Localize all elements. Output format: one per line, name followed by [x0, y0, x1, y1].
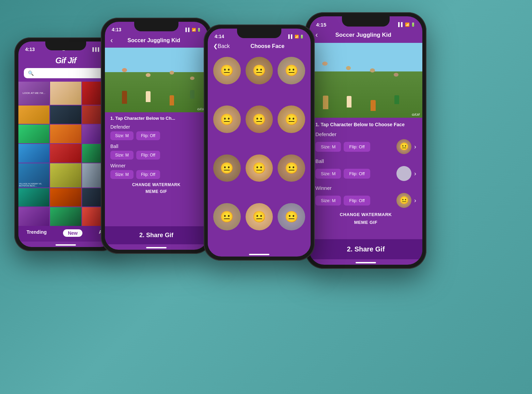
phone3-header: ❮ Back Choose Face — [208, 41, 311, 53]
face-cersei[interactable]: 😐 — [278, 105, 305, 133]
share-btn-4[interactable]: 2. Share Gif — [309, 239, 422, 259]
tab-trending[interactable]: Trending — [27, 229, 47, 237]
phone2-signal: ▌▌ — [185, 28, 191, 32]
face-catelyn[interactable]: 😐 — [213, 203, 241, 231]
winner-size-4[interactable]: Size: M — [315, 196, 341, 206]
ball-label-4: Ball — [315, 158, 416, 164]
face-grid: 😐 😐 😐 😐 😐 😐 😐 😐 😐 😐 😐 😐 — [208, 53, 311, 251]
phone4-instruction: 1. Tap Character Below to Choose Face — [315, 122, 416, 127]
grid-cell[interactable] — [50, 125, 81, 143]
defender-chevron-4[interactable]: › — [414, 143, 416, 150]
grid-cell[interactable] — [18, 144, 49, 163]
grid-cell[interactable] — [18, 125, 49, 143]
defender-flip-btn[interactable]: Flip: Off — [136, 131, 160, 140]
meme-gif-4[interactable]: MEME GIF — [315, 220, 416, 225]
defender-size-btn[interactable]: Size: M — [110, 131, 134, 140]
defender-label: Defender — [110, 124, 202, 130]
phone3-time: 4:14 — [215, 34, 224, 39]
back-button-4[interactable]: ‹ — [315, 31, 318, 39]
defender-size-4[interactable]: Size: M — [315, 142, 341, 152]
winner-chevron-4[interactable]: › — [414, 197, 416, 204]
face-tall-man[interactable]: 😐 — [246, 57, 273, 84]
phone4-content: 1. Tap Character Below to Choose Face De… — [309, 118, 422, 239]
face-bran[interactable]: 😐 — [213, 105, 241, 133]
face-davos[interactable]: 😐 — [278, 154, 305, 182]
ball-chevron-4[interactable]: › — [414, 170, 416, 177]
scroll-pill-4 — [356, 262, 376, 263]
share-gif-label-4: 2. Share Gif — [347, 245, 385, 253]
defender-label-4: Defender — [315, 131, 416, 137]
grid-cell[interactable] — [50, 82, 81, 105]
gif-preview-4: GifJif — [309, 43, 422, 118]
meme-gif-2[interactable]: MEME GIF — [110, 189, 202, 194]
scroll-pill-3 — [249, 254, 269, 255]
character-ball: Ball Size: M Flip: Off — [110, 144, 202, 160]
face-jon[interactable]: 😐 — [213, 154, 241, 182]
ball-label: Ball — [110, 144, 202, 149]
grid-cell[interactable] — [50, 188, 81, 207]
phone4-time: 4:15 — [316, 22, 326, 28]
search-bar[interactable]: 🔍 — [24, 68, 108, 78]
phones-container: 4:13 ▲ ▌▌▌ 🔋 Gif Jif 🔍 LOOK AT ME I'M... — [0, 0, 532, 394]
phone4-title: Soccer Juggling Kid — [318, 32, 409, 38]
ball-flip-4[interactable]: Flip: Off — [344, 169, 370, 179]
share-gif-label-2: 2. Share Gif — [139, 232, 173, 239]
grid-cell[interactable] — [18, 188, 49, 207]
scroll-pill-2 — [146, 247, 167, 248]
phone2-header: ‹ Soccer Juggling Kid — [105, 34, 208, 48]
scroll-pill — [56, 244, 76, 246]
character-defender-4: Defender Size: M Flip: Off 😐 › — [315, 131, 416, 154]
phone2-time: 4:13 — [112, 27, 121, 32]
bottom-tabs: Trending New All — [18, 226, 113, 242]
grid-cell[interactable] — [50, 105, 81, 124]
grid-cell[interactable] — [18, 207, 49, 226]
winner-label-4: Winner — [315, 185, 416, 191]
character-ball-4: Ball Size: M Flip: Off › — [315, 158, 416, 181]
watermark-4: GifJif — [412, 113, 420, 116]
face-jamie[interactable]: 😐 — [246, 105, 273, 133]
grid-cell[interactable] — [50, 144, 81, 163]
winner-flip-btn[interactable]: Flip: Off — [136, 170, 160, 179]
face-ed[interactable]: 😐 — [246, 203, 273, 231]
share-btn-2[interactable]: 2. Share Gif — [105, 226, 208, 244]
back-button-2[interactable]: ‹ — [110, 36, 113, 45]
app-logo: Gif Jif — [24, 56, 108, 65]
gif-preview-2: GifJif — [105, 48, 208, 112]
winner-label: Winner — [110, 163, 202, 168]
gif-grid: LOOK AT ME I'M... VILLAGE ACADEMY VS. — [18, 82, 113, 226]
character-winner-4: Winner Size: M Flip: Off 😐 › — [315, 185, 416, 208]
grid-cell[interactable]: LOOK AT ME I'M... — [18, 82, 49, 105]
back-arrow-3[interactable]: ❮ — [213, 43, 218, 49]
ball-size-btn[interactable]: Size: M — [110, 151, 134, 160]
ball-avatar-4[interactable] — [396, 166, 411, 181]
back-label-3[interactable]: Back — [218, 43, 230, 49]
winner-size-btn[interactable]: Size: M — [110, 170, 134, 179]
phone1-header: Gif Jif 🔍 — [18, 54, 113, 82]
grid-cell[interactable] — [50, 163, 81, 187]
winner-flip-4[interactable]: Flip: Off — [344, 196, 370, 206]
face-arya[interactable]: 😐 — [213, 57, 241, 84]
phone1-signal: ▌▌▌ — [93, 47, 100, 51]
defender-flip-4[interactable]: Flip: Off — [344, 142, 370, 152]
ball-flip-btn[interactable]: Flip: Off — [136, 151, 160, 160]
phone2-content: 1. Tap Character Below to Ch... Defender… — [105, 112, 208, 226]
defender-avatar-4[interactable]: 😐 — [396, 139, 411, 154]
phone4-header: ‹ Soccer Juggling Kid — [309, 29, 422, 43]
search-icon: 🔍 — [28, 70, 34, 76]
change-watermark-2[interactable]: CHANGE WATERMARK — [110, 182, 202, 187]
face-sansa[interactable]: 😐 — [246, 154, 273, 182]
tab-new[interactable]: New — [63, 229, 82, 237]
ball-size-4[interactable]: Size: M — [315, 169, 341, 179]
character-defender: Defender Size: M Flip: Off — [110, 124, 202, 140]
character-winner: Winner Size: M Flip: Off — [110, 163, 202, 179]
phone1-time: 4:13 — [25, 47, 35, 52]
face-ghost[interactable]: 😐 — [278, 203, 305, 231]
phone3-title: Choose Face — [230, 43, 305, 49]
grid-cell[interactable] — [18, 105, 49, 124]
winner-avatar-4[interactable]: 😐 — [396, 193, 411, 208]
change-watermark-4[interactable]: CHANGE WATERMARK — [315, 212, 416, 217]
face-old-man[interactable]: 😐 — [278, 57, 305, 84]
phone2-instruction: 1. Tap Character Below to Ch... — [110, 116, 202, 121]
grid-cell[interactable]: VILLAGE ACADEMY VS. BOYNTON BEAC... — [18, 163, 49, 187]
grid-cell[interactable] — [50, 207, 81, 226]
